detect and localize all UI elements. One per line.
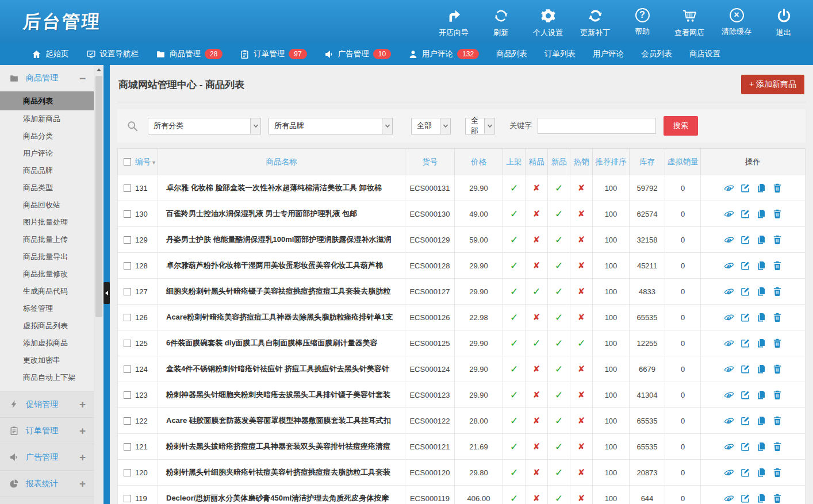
preview-icon[interactable]: e — [724, 415, 734, 426]
copy-icon[interactable] — [756, 415, 766, 426]
copy-icon[interactable] — [756, 467, 766, 478]
row-checkbox[interactable] — [124, 417, 131, 425]
add-product-button[interactable]: + 添加新商品 — [741, 75, 804, 94]
edit-icon[interactable] — [740, 390, 750, 400]
product-name-cell[interactable]: 粉刺神器黑头针细胞夹粉刺夹暗疮去拔黑头工具排针镊子美容针套装 — [158, 382, 405, 408]
on-sale-toggle[interactable]: ✓ — [510, 234, 518, 245]
nav-item-goods-list[interactable]: 商品列表 — [488, 43, 536, 65]
best-toggle[interactable]: ✘ — [533, 364, 540, 374]
sidebar-item-goods-categories[interactable]: 商品分类 — [0, 128, 94, 145]
sidebar-item-goods-auto-shelf[interactable]: 商品自动上下架 — [0, 369, 94, 386]
product-name-cell[interactable]: 6件装面膜碗套装 diy面膜工具自制面膜棒压缩面膜刷计量器美容 — [158, 330, 405, 356]
best-toggle[interactable]: ✘ — [533, 260, 540, 270]
product-name-cell[interactable]: 粉刺针去黑头拔暗疮挤痘痘工具神器套装双头美容排针祛痘痤疮清痘 — [158, 434, 405, 460]
row-checkbox[interactable] — [124, 262, 131, 270]
sidebar-item-user-comments[interactable]: 用户评论 — [0, 145, 94, 162]
header-action-logout[interactable]: 退出 — [760, 6, 807, 38]
row-checkbox[interactable] — [124, 443, 131, 451]
copy-icon[interactable] — [756, 183, 766, 193]
sidebar-item-goods-types[interactable]: 商品类型 — [0, 179, 94, 197]
sidebar-item-add-goods[interactable]: 添加新商品 — [0, 110, 94, 128]
header-action-profile[interactable]: 个人设置 — [524, 6, 572, 38]
product-name-cell[interactable]: Acare 硅胶面膜套防蒸发美容面罩模型神器敷面膜套装工具挂耳式扣 — [158, 408, 405, 434]
product-name-cell[interactable]: 卓尔雅葫芦粉扑化妆棉干湿两用美妆蛋彩妆蛋美容化妆工具葫芦棉 — [158, 253, 405, 279]
delete-icon[interactable] — [772, 338, 783, 348]
section-toggle-icon[interactable]: + — [79, 399, 86, 410]
edit-icon[interactable] — [740, 286, 750, 297]
product-name-cell[interactable]: 粉刺针黑头针细胞夹暗疮针祛痘美容针挤痘挑痘痘去脂肪粒工具套装 — [158, 460, 405, 486]
on-sale-toggle[interactable]: ✓ — [510, 415, 518, 426]
section-toggle-icon[interactable]: − — [79, 73, 86, 84]
edit-icon[interactable] — [740, 183, 750, 193]
new-toggle[interactable]: ✓ — [555, 467, 563, 478]
preview-icon[interactable]: e — [724, 390, 734, 400]
sidebar-collapse-handle[interactable] — [103, 282, 110, 304]
on-sale-toggle[interactable]: ✓ — [510, 390, 518, 401]
row-checkbox[interactable] — [124, 469, 131, 476]
sidebar-item-goods-brands[interactable]: 商品品牌 — [0, 162, 94, 179]
copy-icon[interactable] — [756, 493, 766, 503]
delete-icon[interactable] — [772, 286, 783, 297]
product-name-cell[interactable]: 百雀羚男士控油水润保湿乳液 男士专用面部护理乳液 包邮 — [158, 201, 405, 227]
copy-icon[interactable] — [756, 312, 766, 322]
range-filter-select[interactable]: 全部 — [411, 118, 451, 134]
on-sale-toggle[interactable]: ✓ — [510, 312, 518, 323]
sidebar-section-ads[interactable]: 广告管理+ — [0, 444, 94, 470]
on-sale-toggle[interactable]: ✓ — [510, 209, 518, 220]
nav-item-goods-manage[interactable]: 商品管理28 — [147, 43, 231, 65]
best-toggle[interactable]: ✘ — [533, 493, 540, 503]
header-action-update-patch[interactable]: 更新补丁 — [572, 6, 619, 38]
copy-icon[interactable] — [756, 338, 766, 348]
best-toggle[interactable]: ✘ — [533, 390, 540, 399]
nav-item-order-list[interactable]: 订单列表 — [536, 43, 584, 65]
row-checkbox[interactable] — [124, 184, 131, 192]
hot-toggle[interactable]: ✘ — [578, 234, 585, 244]
edit-icon[interactable] — [740, 415, 750, 426]
nav-item-ad-manage[interactable]: 广告管理10 — [316, 43, 400, 65]
best-toggle[interactable]: ✘ — [533, 209, 540, 218]
preview-icon[interactable]: e — [724, 493, 734, 503]
best-toggle[interactable]: ✓ — [532, 286, 540, 297]
edit-icon[interactable] — [740, 209, 750, 219]
on-sale-toggle[interactable]: ✓ — [510, 286, 518, 297]
preview-icon[interactable]: e — [724, 467, 734, 478]
sidebar-item-virtual-goods-list[interactable]: 虚拟商品列表 — [0, 317, 94, 334]
id-sort-header[interactable]: 编号▾ — [118, 149, 158, 175]
header-action-help[interactable]: ?帮助 — [619, 6, 666, 38]
best-toggle[interactable]: ✘ — [533, 467, 540, 477]
edit-icon[interactable] — [740, 312, 750, 322]
sidebar-item-add-virtual-goods[interactable]: 添加虚拟商品 — [0, 334, 94, 352]
new-toggle[interactable]: ✓ — [555, 183, 563, 194]
sidebar-item-goods-batch-upload[interactable]: 商品批量上传 — [0, 231, 94, 248]
row-checkbox[interactable] — [124, 340, 131, 347]
edit-icon[interactable] — [740, 493, 750, 503]
sidebar-section-articles[interactable]: 文章管理+ — [0, 497, 94, 504]
hot-toggle[interactable]: ✘ — [578, 209, 585, 218]
hot-toggle[interactable]: ✘ — [578, 415, 585, 425]
sidebar-item-goods-batch-edit[interactable]: 商品批量修改 — [0, 266, 94, 283]
row-checkbox[interactable] — [124, 236, 131, 244]
new-toggle[interactable]: ✓ — [555, 390, 563, 401]
hot-toggle[interactable]: ✘ — [578, 183, 585, 193]
new-toggle[interactable]: ✓ — [555, 234, 563, 245]
delete-icon[interactable] — [772, 441, 783, 452]
new-toggle[interactable]: ✓ — [555, 364, 563, 375]
new-toggle[interactable]: ✓ — [555, 338, 563, 349]
hot-toggle[interactable]: ✘ — [578, 493, 585, 503]
preview-icon[interactable]: e — [724, 234, 734, 245]
product-name-cell[interactable]: 细胞夹粉刺针黑头针暗疮镊子美容祛痘挑痘挤痘痘工具套装去脂肪粒 — [158, 279, 405, 305]
nav-item-comment-list[interactable]: 用户评论 — [584, 43, 632, 65]
sidebar-section-promotion[interactable]: 促销管理+ — [0, 391, 94, 417]
copy-icon[interactable] — [756, 209, 766, 219]
edit-icon[interactable] — [740, 467, 750, 478]
new-toggle[interactable]: ✓ — [555, 209, 563, 220]
section-toggle-icon[interactable]: + — [79, 478, 86, 489]
new-toggle[interactable]: ✓ — [555, 286, 563, 297]
header-action-shop-wizard[interactable]: 开店向导 — [430, 6, 477, 38]
hot-toggle[interactable]: ✘ — [578, 286, 585, 296]
preview-icon[interactable]: e — [724, 183, 734, 193]
delete-icon[interactable] — [772, 415, 783, 426]
search-button[interactable]: 搜索 — [664, 116, 698, 136]
nav-item-user-comments[interactable]: 用户评论132 — [400, 43, 488, 65]
edit-icon[interactable] — [740, 260, 750, 271]
